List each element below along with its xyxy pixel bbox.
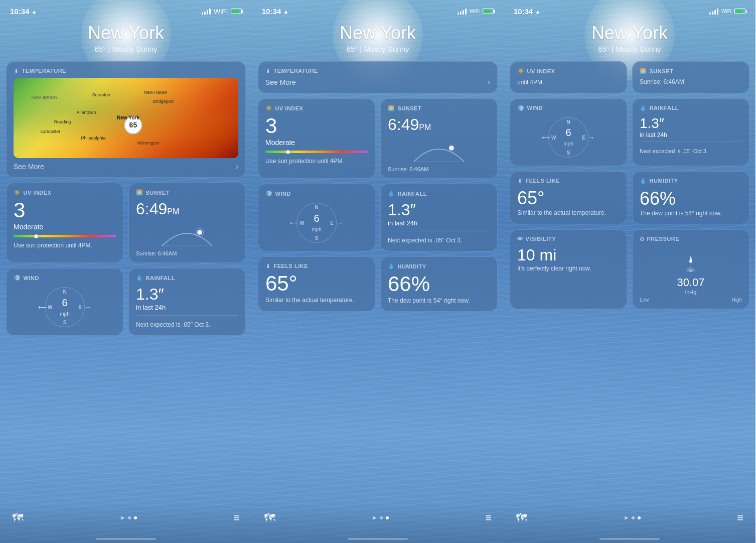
city-header-2: New York 65° | Mostly Sunny [252,18,504,61]
sunset-card: 🌅 SUNSET 6:49 PM [128,183,246,263]
city-label-philadelphia: Philadelphia [81,135,105,141]
city-label-lancaster: Lancaster [41,129,61,134]
condition: Mostly Sunny [112,45,157,53]
map-icon-2[interactable]: 🗺 [264,511,275,524]
feels-like-card-3: 🌡 FEELS LIKE 65° Similar to the actual t… [510,171,627,224]
list-icon[interactable]: ≡ [233,511,240,524]
city-weather-3: 65° | Mostly Sunny [504,45,755,53]
rainfall-label-2: 💧 RAINFALL [388,190,490,197]
compass-n-2: N [315,205,318,210]
uv-sunset-row: ☀️ UV INDEX 3 Moderate Use sun protectio… [6,183,246,263]
pressure-card: ⊙ PRESSURE [632,229,749,309]
sunset-time-display-2: 6:49 PM [388,115,490,134]
see-more-row-2[interactable]: See More › [265,78,490,87]
status-icons-3: WiFi [709,9,745,15]
city-label-newhaven: New Haven [144,90,168,95]
wind-label-3: 💨 WIND [517,105,620,111]
sunset-period: PM [167,207,179,216]
wind-card-3: 💨 WIND N S E W 6 mph ⟵ → [510,98,627,166]
signal-bar-4 [209,9,211,15]
battery-2 [483,9,494,14]
rainfall-label: 💧 RAINFALL [136,275,238,281]
sunset-svg [157,218,217,248]
uv-bar [14,235,116,237]
rainfall-card-2: 💧 RAINFALL 1.3″ in last 24h Next expecte… [380,184,498,251]
see-more-text[interactable]: See More [14,163,44,171]
pressure-value: 30.07 [640,276,742,289]
visibility-label: 👁 VISIBILITY [517,236,620,242]
list-icon-3[interactable]: ≡ [737,511,743,524]
pressure-unit: inHg [640,289,742,295]
humidity-icon-3: 💧 [640,178,647,184]
sunset-time: 6:49 [136,200,167,218]
location-icon: ▲ [31,9,37,15]
uv-sunset-row-2: ☀️ UV INDEX 3 Moderate Use sun protectio… [258,98,498,179]
location-icon-3: ▲ [535,9,540,15]
temp-see-more-card[interactable]: 🌡 TEMPERATURE See More › [258,61,498,93]
sunset-label-2: 🌅 SUNSET [388,105,490,111]
pressure-high: High [731,297,742,303]
sunset-icon: 🌅 [136,189,143,196]
city-name-3: New York [504,23,755,44]
sun-icon-3: ☀️ [517,68,525,74]
svg-point-15 [689,260,692,263]
sunset-arc-2 [388,134,490,164]
signal-bars [202,9,211,15]
signal-bars-2 [458,9,467,15]
sunset-label: 🌅 SUNSET [136,189,238,196]
humidity-card-2: 💧 HUMIDITY 66% The dew point is 54° righ… [380,256,498,312]
nav-location-dot[interactable]: ➤ [120,514,125,521]
wind-icon: 💨 [14,275,21,281]
temperature-card: 🌡 TEMPERATURE Scranton New Haven Bridgep… [6,61,246,178]
compass-east: E [78,305,82,310]
rain-icon: 💧 [136,275,143,281]
compass-west: W [48,305,52,310]
wind-rainfall-row-2: 💨 WIND N S E W 6 mph ⟵ → [258,184,498,251]
see-more-text-2[interactable]: See More [265,78,296,86]
thermometer-icon-2: 🌡 [265,68,271,74]
rainfall-amount-2: 1.3″ [388,201,490,219]
wind-icon-2: 💨 [265,190,273,197]
compass-e-2: E [330,220,334,226]
uv-value: 3 [14,200,116,221]
city-label-reading: Reading [54,119,71,124]
temperature-map: Scranton New Haven Bridgeport Allentown … [14,78,238,158]
status-bar-3: 10:34 ▲ WiFi [504,0,755,18]
nav-dot-2[interactable] [134,516,137,519]
nav-dot-1[interactable] [128,516,131,519]
screen-3: 10:34 ▲ WiFi New York 65° | Mostly Sunny [504,0,755,543]
signal-bar-3 [207,10,208,15]
status-time: 10:34 [10,7,29,16]
see-more-row[interactable]: See More › [14,162,238,171]
uv-indicator-2 [286,150,290,154]
city-label-wilmington: Wilmington [137,141,160,146]
sunset-card-2: 🌅 SUNSET 6:49 PM Sunrise: 6:46AM [380,98,498,179]
humidity-description-2: The dew point is 54° right now. [388,297,490,305]
svg-point-4 [449,146,454,151]
rain-icon-2: 💧 [388,190,395,197]
uv-label: ☀️ UV INDEX [14,189,116,196]
humidity-label-2: 💧 HUMIDITY [388,263,490,269]
feels-icon-3: 🌡 [517,178,523,184]
status-bar-2: 10:34 ▲ WiFi [252,0,504,18]
map-icon-3[interactable]: 🗺 [516,511,527,524]
humidity-value-3: 66% [640,188,742,209]
map-icon[interactable]: 🗺 [12,511,23,524]
feels-description-3: Similar to the actual temperature. [517,209,620,217]
nav-center: ➤ [120,514,137,521]
location-icon-2: ▲ [283,9,288,15]
status-icons: WiFi [202,8,242,16]
signal-bar-2 [204,12,206,15]
wind-label: 💨 WIND [14,275,116,281]
rainfall-next: Next expected is .05" Oct 3. [136,315,238,329]
humidity-value-2: 66% [388,274,490,295]
uv-value-2: 3 [265,115,368,137]
status-bar: 10:34 ▲ WiFi [0,0,252,18]
rainfall-next-text: Next expected is .05" Oct 3. [136,321,210,328]
feels-value-2: 65° [265,273,368,294]
list-icon-2[interactable]: ≡ [485,511,492,524]
sunset-icon-3: 🌅 [640,68,647,74]
rainfall-period: in last 24h [136,304,238,311]
sunset-label-3: 🌅 SUNSET [640,68,742,74]
feels-label-3: 🌡 FEELS LIKE [517,178,620,184]
